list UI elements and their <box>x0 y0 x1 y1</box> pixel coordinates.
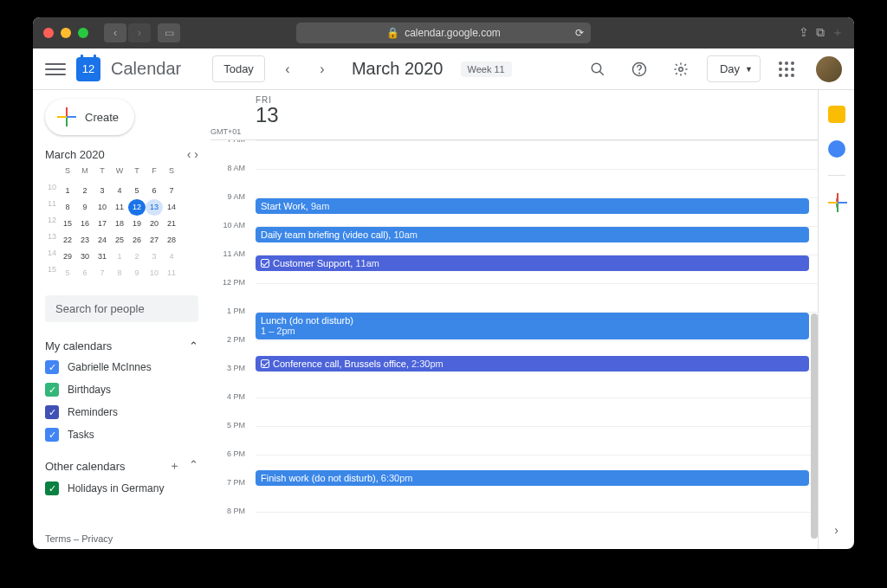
add-addon-icon[interactable]: ＋ <box>828 193 845 210</box>
sidebar-toggle-button[interactable]: ▭ <box>158 23 180 42</box>
event-block[interactable]: Lunch (do not disturb)1 – 2pm <box>256 313 809 339</box>
scrollbar[interactable] <box>811 313 818 539</box>
mini-day[interactable]: 6 <box>146 183 163 199</box>
checkbox-icon[interactable]: ✓ <box>45 383 59 397</box>
hour-slot[interactable] <box>256 397 818 426</box>
event-block[interactable]: Start Work, 9am <box>256 198 809 214</box>
terms-link[interactable]: Terms <box>45 533 71 544</box>
next-period-button[interactable]: › <box>310 57 334 81</box>
reload-icon[interactable]: ⟳ <box>575 27 584 39</box>
hour-slot[interactable] <box>256 283 818 312</box>
mini-day[interactable]: 1 <box>59 183 76 199</box>
mini-next-button[interactable]: › <box>194 147 198 161</box>
back-button[interactable]: ‹ <box>104 23 126 42</box>
mini-day[interactable]: 12 <box>128 199 146 216</box>
mini-day[interactable]: 4 <box>163 249 180 265</box>
new-tab-icon[interactable]: ＋ <box>832 25 844 41</box>
today-button[interactable]: Today <box>212 55 265 82</box>
hour-slot[interactable] <box>256 169 818 197</box>
day-number[interactable]: 13 <box>256 105 818 126</box>
google-apps-icon[interactable] <box>771 61 802 77</box>
settings-icon[interactable] <box>665 54 696 85</box>
time-grid[interactable]: 7 AM8 AM9 AM10 AM11 AM12 PM1 PM2 PM3 PM4… <box>210 140 818 549</box>
mini-day[interactable]: 28 <box>163 232 180 249</box>
mini-day[interactable]: 4 <box>111 183 128 199</box>
mini-day[interactable]: 2 <box>128 249 146 265</box>
account-avatar[interactable] <box>816 56 842 82</box>
mini-day[interactable]: 5 <box>59 265 76 281</box>
keep-icon[interactable] <box>828 106 845 123</box>
mini-day[interactable]: 24 <box>94 232 111 249</box>
mini-day[interactable]: 10 <box>146 265 163 281</box>
tabs-icon[interactable]: ⧉ <box>816 25 825 41</box>
tasks-icon[interactable] <box>828 140 845 158</box>
mini-day[interactable]: 26 <box>128 232 146 249</box>
hour-slot[interactable] <box>256 483 818 512</box>
forward-button[interactable]: › <box>128 23 151 42</box>
mini-prev-button[interactable]: ‹ <box>187 147 191 161</box>
view-switcher[interactable]: Day▼ <box>707 55 761 82</box>
share-icon[interactable]: ⇪ <box>799 25 809 41</box>
hour-slot[interactable] <box>256 426 818 455</box>
close-window-button[interactable] <box>43 28 54 38</box>
mini-day[interactable]: 25 <box>111 232 128 249</box>
help-icon[interactable] <box>624 54 655 85</box>
mini-day[interactable]: 13 <box>146 199 163 216</box>
hour-slot[interactable] <box>256 369 818 397</box>
mini-day[interactable]: 15 <box>59 216 76 232</box>
mini-day[interactable]: 21 <box>163 216 180 232</box>
mini-day[interactable]: 19 <box>128 216 146 232</box>
mini-day[interactable]: 7 <box>163 183 180 199</box>
mini-day[interactable]: 9 <box>128 265 146 281</box>
mini-day[interactable]: 3 <box>94 183 111 199</box>
maximize-window-button[interactable] <box>78 28 88 38</box>
mini-day[interactable]: 5 <box>128 183 146 199</box>
mini-day[interactable]: 2 <box>76 183 94 199</box>
checkbox-icon[interactable]: ✓ <box>45 481 59 495</box>
mini-day[interactable]: 7 <box>94 265 111 281</box>
add-calendar-icon[interactable]: ＋ <box>169 458 180 474</box>
minimize-window-button[interactable] <box>61 28 71 38</box>
my-calendars-header[interactable]: My calendars ⌃ <box>45 336 198 356</box>
mini-day[interactable]: 9 <box>76 199 94 216</box>
mini-day[interactable]: 10 <box>94 199 111 216</box>
privacy-link[interactable]: Privacy <box>81 533 113 544</box>
mini-day[interactable]: 3 <box>146 249 163 265</box>
calendar-item[interactable]: ✓Holidays in Germany <box>45 477 198 500</box>
main-menu-button[interactable] <box>45 63 66 75</box>
hour-slot[interactable] <box>256 140 818 169</box>
hour-slot[interactable] <box>256 512 818 540</box>
mini-day[interactable]: 22 <box>59 232 76 249</box>
event-block[interactable]: Finish work (do not disturb), 6:30pm <box>256 470 809 486</box>
mini-day[interactable]: 20 <box>146 216 163 232</box>
checkbox-icon[interactable]: ✓ <box>45 360 59 374</box>
calendar-item[interactable]: ✓Reminders <box>45 401 198 423</box>
create-button[interactable]: Create <box>45 99 134 135</box>
search-people-input[interactable]: Search for people <box>45 295 198 322</box>
event-block[interactable]: Daily team briefing (video call), 10am <box>256 227 809 242</box>
calendar-item[interactable]: ✓Gabrielle McInnes <box>45 356 198 378</box>
mini-day[interactable]: 23 <box>76 232 94 249</box>
checkbox-icon[interactable]: ✓ <box>45 405 59 419</box>
mini-day[interactable]: 11 <box>163 265 180 281</box>
event-block[interactable]: Conference call, Brussels office, 2:30pm <box>256 356 809 372</box>
event-block[interactable]: Customer Support, 11am <box>256 255 809 271</box>
checkbox-icon[interactable]: ✓ <box>45 428 59 442</box>
mini-day[interactable]: 16 <box>76 216 94 232</box>
mini-day[interactable]: 18 <box>111 216 128 232</box>
mini-day[interactable]: 14 <box>163 199 180 216</box>
mini-day[interactable]: 31 <box>94 249 111 265</box>
mini-day[interactable]: 30 <box>76 249 94 265</box>
mini-day[interactable]: 6 <box>76 265 94 281</box>
mini-day[interactable]: 1 <box>111 249 128 265</box>
calendar-item[interactable]: ✓Tasks <box>45 423 198 446</box>
search-icon[interactable] <box>582 54 613 85</box>
other-calendars-header[interactable]: Other calendars ＋ ⌃ <box>45 455 198 477</box>
url-bar[interactable]: 🔒 calendar.google.com ⟳ <box>296 23 591 43</box>
mini-day[interactable]: 8 <box>59 199 76 216</box>
mini-day[interactable]: 8 <box>111 265 128 281</box>
mini-day[interactable]: 29 <box>59 249 76 265</box>
prev-period-button[interactable]: ‹ <box>275 57 300 81</box>
mini-day[interactable]: 11 <box>111 199 128 216</box>
mini-day[interactable]: 17 <box>94 216 111 232</box>
